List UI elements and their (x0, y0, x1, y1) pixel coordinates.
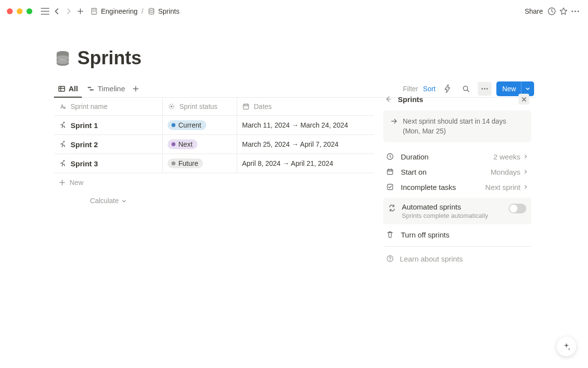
close-icon[interactable] (518, 94, 529, 105)
column-header-status[interactable]: Sprint status (163, 98, 237, 115)
tab-all[interactable]: All (54, 80, 82, 97)
svg-point-8 (574, 10, 576, 12)
ai-fab-button[interactable] (557, 337, 576, 356)
chevron-right-icon (523, 184, 528, 189)
table-row[interactable]: Sprint 2NextMarch 25, 2024 → April 7, 20… (54, 135, 374, 154)
more-icon[interactable] (569, 5, 581, 17)
svg-point-9 (577, 10, 579, 12)
favorite-icon[interactable] (558, 5, 569, 17)
cell-dates[interactable]: March 25, 2024 → April 7, 2024 (237, 135, 374, 154)
info-text: Next sprint should start in 14 days (Mon… (403, 116, 524, 136)
svg-point-23 (63, 122, 65, 123)
svg-point-18 (484, 88, 486, 90)
setting-value: 2 weeks (493, 153, 528, 161)
text-property-icon (59, 103, 67, 110)
share-button[interactable]: Share (522, 5, 546, 17)
setting-value: Next sprint (485, 183, 528, 191)
status-badge: Future (168, 158, 203, 168)
topbar: Engineering / Sprints Share (0, 0, 588, 22)
window-traffic-lights (7, 8, 32, 14)
column-header-name[interactable]: Sprint name (54, 98, 163, 115)
calculate-button[interactable]: Calculate (54, 192, 163, 210)
cell-name[interactable]: Sprint 1 (54, 116, 163, 134)
automated-sprints-row[interactable]: Automated sprints Sprints complete autom… (383, 198, 531, 224)
cell-name[interactable]: Sprint 2 (54, 135, 163, 154)
runner-icon (59, 121, 67, 129)
updates-icon[interactable] (546, 5, 558, 17)
cell-dates[interactable]: March 11, 2024 → March 24, 2024 (237, 116, 374, 134)
arrow-right-icon (390, 117, 398, 136)
trash-icon (386, 231, 395, 238)
column-label: Sprint status (179, 103, 218, 110)
setting-label: Duration (401, 153, 488, 161)
next-sprint-info: Next sprint should start in 14 days (Mon… (383, 110, 531, 142)
svg-rect-2 (95, 9, 96, 10)
svg-rect-3 (93, 11, 94, 12)
table-row[interactable]: Sprint 1CurrentMarch 11, 2024 → March 24… (54, 116, 374, 135)
cell-status[interactable]: Next (163, 135, 237, 154)
breadcrumb-label: Sprints (158, 7, 180, 15)
checkbox-icon (386, 183, 395, 191)
setting-start-on[interactable]: Start onMondays (381, 164, 533, 180)
traffic-minimize[interactable] (17, 8, 23, 14)
database-icon[interactable] (54, 50, 72, 67)
svg-point-25 (63, 160, 65, 161)
page-title-text[interactable]: Sprints (77, 48, 142, 69)
status-badge: Current (168, 120, 206, 130)
svg-rect-0 (92, 8, 97, 14)
svg-point-21 (171, 105, 172, 107)
automated-sprints-toggle[interactable] (509, 204, 526, 213)
svg-point-16 (463, 86, 467, 91)
nav-back-icon[interactable] (51, 5, 63, 17)
add-view-button[interactable] (130, 81, 142, 97)
status-property-icon (168, 103, 175, 110)
sidebar-toggle-icon[interactable] (39, 5, 51, 17)
automated-sprints-label: Automated sprints (402, 203, 503, 211)
learn-about-sprints-link[interactable]: Learn about sprints (381, 251, 533, 267)
sprint-name: Sprint 2 (71, 140, 98, 149)
date-property-icon (242, 103, 250, 110)
breadcrumb: Engineering / Sprints (88, 6, 181, 16)
svg-rect-15 (90, 89, 94, 91)
learn-label: Learn about sprints (400, 255, 463, 263)
svg-rect-13 (59, 86, 65, 91)
back-icon[interactable] (384, 95, 392, 103)
column-header-dates[interactable]: Dates (237, 98, 374, 115)
sort-button[interactable]: Sort (423, 85, 436, 93)
chevron-right-icon (523, 169, 528, 174)
new-tab-icon[interactable] (74, 5, 86, 17)
traffic-maximize[interactable] (26, 8, 32, 14)
add-row-button[interactable]: New (54, 173, 374, 192)
cell-name[interactable]: Sprint 3 (54, 154, 163, 173)
new-button-label: New (496, 85, 521, 93)
nav-forward-icon[interactable] (63, 5, 74, 17)
cell-status[interactable]: Current (163, 116, 237, 134)
panel-header: Sprints (381, 93, 533, 110)
svg-rect-14 (88, 87, 91, 88)
tab-timeline[interactable]: Timeline (83, 80, 129, 97)
svg-point-17 (482, 88, 483, 90)
view-tabs: All Timeline (54, 80, 142, 97)
tab-label: Timeline (98, 84, 125, 93)
table-row[interactable]: Sprint 3FutureApril 8, 2024 → April 21, … (54, 154, 374, 173)
breadcrumb-sprints[interactable]: Sprints (146, 6, 182, 16)
svg-rect-28 (388, 184, 393, 190)
turn-off-label: Turn off sprints (401, 231, 528, 239)
panel-title: Sprints (398, 95, 513, 104)
table-header: Sprint name Sprint status Dates (54, 98, 374, 116)
breadcrumb-engineering[interactable]: Engineering (88, 6, 140, 16)
database-icon (147, 7, 155, 15)
traffic-close[interactable] (7, 8, 13, 14)
clock-icon (386, 153, 395, 160)
breadcrumb-label: Engineering (101, 7, 138, 15)
cell-dates[interactable]: April 8, 2024 → April 21, 2024 (237, 154, 374, 173)
turn-off-sprints-button[interactable]: Turn off sprints (381, 227, 533, 242)
automated-sprints-sub: Sprints complete automatically (402, 212, 503, 219)
runner-icon (59, 140, 67, 148)
table-icon (58, 85, 66, 93)
runner-icon (59, 159, 67, 167)
setting-incomplete-tasks[interactable]: Incomplete tasksNext sprint (381, 180, 533, 195)
cell-status[interactable]: Future (163, 154, 237, 173)
setting-duration[interactable]: Duration2 weeks (381, 149, 533, 164)
filter-button[interactable]: Filter (403, 85, 418, 93)
